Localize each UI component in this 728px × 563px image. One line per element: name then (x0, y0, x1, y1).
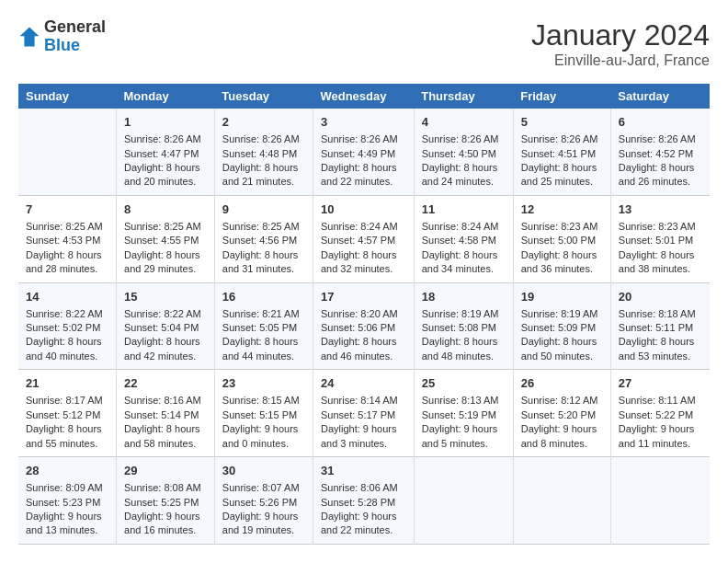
day-info: Sunrise: 8:25 AM Sunset: 4:56 PM Dayligh… (222, 220, 305, 277)
calendar-cell: 25Sunrise: 8:13 AM Sunset: 5:19 PM Dayli… (414, 370, 513, 457)
day-number: 5 (521, 114, 603, 131)
calendar-cell: 29Sunrise: 8:08 AM Sunset: 5:25 PM Dayli… (117, 457, 215, 545)
day-number: 17 (321, 289, 406, 305)
day-info: Sunrise: 8:16 AM Sunset: 5:14 PM Dayligh… (124, 394, 207, 451)
day-number: 7 (26, 201, 108, 218)
day-number: 27 (619, 375, 702, 392)
calendar-week-row: 21Sunrise: 8:17 AM Sunset: 5:12 PM Dayli… (18, 370, 710, 457)
calendar-cell: 3Sunrise: 8:26 AM Sunset: 4:49 PM Daylig… (313, 109, 414, 195)
day-info: Sunrise: 8:11 AM Sunset: 5:22 PM Dayligh… (619, 394, 702, 451)
calendar-cell: 4Sunrise: 8:26 AM Sunset: 4:50 PM Daylig… (414, 109, 513, 195)
day-number: 9 (222, 201, 305, 218)
day-number: 25 (422, 375, 506, 392)
day-of-week-header: Saturday (610, 84, 710, 109)
calendar-week-row: 1Sunrise: 8:26 AM Sunset: 4:47 PM Daylig… (18, 109, 710, 195)
calendar-cell: 20Sunrise: 8:18 AM Sunset: 5:11 PM Dayli… (610, 282, 710, 370)
day-info: Sunrise: 8:19 AM Sunset: 5:09 PM Dayligh… (521, 307, 603, 364)
day-info: Sunrise: 8:14 AM Sunset: 5:17 PM Dayligh… (321, 394, 406, 451)
day-info: Sunrise: 8:25 AM Sunset: 4:55 PM Dayligh… (124, 220, 207, 277)
day-info: Sunrise: 8:26 AM Sunset: 4:50 PM Dayligh… (422, 132, 506, 190)
calendar-cell: 30Sunrise: 8:07 AM Sunset: 5:26 PM Dayli… (214, 457, 313, 545)
day-number: 26 (521, 375, 603, 392)
day-info: Sunrise: 8:09 AM Sunset: 5:23 PM Dayligh… (26, 481, 108, 538)
day-info: Sunrise: 8:12 AM Sunset: 5:20 PM Dayligh… (521, 394, 603, 451)
calendar-cell (414, 457, 513, 545)
day-number: 11 (422, 201, 506, 218)
calendar-cell: 15Sunrise: 8:22 AM Sunset: 5:04 PM Dayli… (117, 282, 215, 370)
day-info: Sunrise: 8:26 AM Sunset: 4:48 PM Dayligh… (222, 132, 305, 190)
svg-marker-0 (20, 27, 40, 46)
day-info: Sunrise: 8:06 AM Sunset: 5:28 PM Dayligh… (321, 481, 406, 538)
day-number: 29 (124, 463, 207, 479)
calendar-cell: 2Sunrise: 8:26 AM Sunset: 4:48 PM Daylig… (214, 109, 313, 195)
day-info: Sunrise: 8:13 AM Sunset: 5:19 PM Dayligh… (422, 394, 506, 451)
day-info: Sunrise: 8:23 AM Sunset: 5:01 PM Dayligh… (619, 220, 702, 277)
day-of-week-header: Tuesday (214, 84, 313, 109)
calendar-cell: 27Sunrise: 8:11 AM Sunset: 5:22 PM Dayli… (610, 370, 710, 457)
day-info: Sunrise: 8:15 AM Sunset: 5:15 PM Dayligh… (222, 394, 305, 451)
calendar-cell: 24Sunrise: 8:14 AM Sunset: 5:17 PM Dayli… (313, 370, 414, 457)
day-number: 8 (124, 201, 207, 218)
day-number: 3 (321, 114, 406, 131)
calendar-cell: 11Sunrise: 8:24 AM Sunset: 4:58 PM Dayli… (414, 195, 513, 282)
day-info: Sunrise: 8:18 AM Sunset: 5:11 PM Dayligh… (619, 307, 702, 364)
calendar-cell (18, 109, 117, 195)
calendar-cell: 14Sunrise: 8:22 AM Sunset: 5:02 PM Dayli… (18, 282, 117, 370)
day-info: Sunrise: 8:26 AM Sunset: 4:51 PM Dayligh… (521, 132, 603, 190)
calendar-week-row: 14Sunrise: 8:22 AM Sunset: 5:02 PM Dayli… (18, 282, 710, 370)
day-info: Sunrise: 8:24 AM Sunset: 4:58 PM Dayligh… (422, 220, 506, 277)
logo: General Blue (18, 18, 106, 55)
day-number: 23 (222, 375, 305, 392)
day-of-week-header: Thursday (414, 84, 513, 109)
day-number: 6 (619, 114, 702, 131)
day-of-week-header: Friday (513, 84, 610, 109)
day-number: 14 (26, 289, 108, 305)
calendar-cell: 22Sunrise: 8:16 AM Sunset: 5:14 PM Dayli… (117, 370, 215, 457)
day-info: Sunrise: 8:25 AM Sunset: 4:53 PM Dayligh… (26, 220, 108, 277)
day-number: 22 (124, 375, 207, 392)
calendar-cell: 8Sunrise: 8:25 AM Sunset: 4:55 PM Daylig… (117, 195, 215, 282)
day-info: Sunrise: 8:26 AM Sunset: 4:49 PM Dayligh… (321, 132, 406, 190)
day-number: 4 (422, 114, 506, 131)
calendar-header-row: SundayMondayTuesdayWednesdayThursdayFrid… (18, 84, 710, 109)
logo-icon (18, 26, 40, 48)
title-block: January 2024 Einville-au-Jard, France (531, 18, 710, 69)
calendar-cell (610, 457, 710, 545)
day-info: Sunrise: 8:22 AM Sunset: 5:04 PM Dayligh… (124, 307, 207, 364)
day-number: 19 (521, 289, 603, 305)
day-info: Sunrise: 8:21 AM Sunset: 5:05 PM Dayligh… (222, 307, 305, 364)
day-number: 28 (26, 463, 108, 479)
calendar-cell (513, 457, 610, 545)
calendar-cell: 9Sunrise: 8:25 AM Sunset: 4:56 PM Daylig… (214, 195, 313, 282)
calendar-cell: 6Sunrise: 8:26 AM Sunset: 4:52 PM Daylig… (610, 109, 710, 195)
calendar-cell: 12Sunrise: 8:23 AM Sunset: 5:00 PM Dayli… (513, 195, 610, 282)
day-info: Sunrise: 8:07 AM Sunset: 5:26 PM Dayligh… (222, 481, 305, 538)
day-info: Sunrise: 8:23 AM Sunset: 5:00 PM Dayligh… (521, 220, 603, 277)
day-number: 16 (222, 289, 305, 305)
calendar-title: January 2024 (531, 18, 710, 52)
calendar-cell: 19Sunrise: 8:19 AM Sunset: 5:09 PM Dayli… (513, 282, 610, 370)
day-info: Sunrise: 8:24 AM Sunset: 4:57 PM Dayligh… (321, 220, 406, 277)
calendar-table: SundayMondayTuesdayWednesdayThursdayFrid… (18, 84, 710, 545)
day-number: 30 (222, 463, 305, 479)
calendar-cell: 18Sunrise: 8:19 AM Sunset: 5:08 PM Dayli… (414, 282, 513, 370)
day-number: 21 (26, 375, 108, 392)
calendar-cell: 17Sunrise: 8:20 AM Sunset: 5:06 PM Dayli… (313, 282, 414, 370)
day-info: Sunrise: 8:26 AM Sunset: 4:52 PM Dayligh… (619, 132, 702, 190)
day-info: Sunrise: 8:20 AM Sunset: 5:06 PM Dayligh… (321, 307, 406, 364)
calendar-cell: 16Sunrise: 8:21 AM Sunset: 5:05 PM Dayli… (214, 282, 313, 370)
day-info: Sunrise: 8:22 AM Sunset: 5:02 PM Dayligh… (26, 307, 108, 364)
day-number: 12 (521, 201, 603, 218)
day-info: Sunrise: 8:26 AM Sunset: 4:47 PM Dayligh… (124, 132, 207, 190)
day-number: 15 (124, 289, 207, 305)
day-of-week-header: Sunday (18, 84, 117, 109)
calendar-cell: 7Sunrise: 8:25 AM Sunset: 4:53 PM Daylig… (18, 195, 117, 282)
day-number: 10 (321, 201, 406, 218)
day-number: 1 (124, 114, 207, 131)
day-number: 2 (222, 114, 305, 131)
day-number: 31 (321, 463, 406, 479)
calendar-cell: 5Sunrise: 8:26 AM Sunset: 4:51 PM Daylig… (513, 109, 610, 195)
calendar-cell: 13Sunrise: 8:23 AM Sunset: 5:01 PM Dayli… (610, 195, 710, 282)
day-info: Sunrise: 8:17 AM Sunset: 5:12 PM Dayligh… (26, 394, 108, 451)
page-header: General Blue January 2024 Einville-au-Ja… (18, 18, 710, 69)
